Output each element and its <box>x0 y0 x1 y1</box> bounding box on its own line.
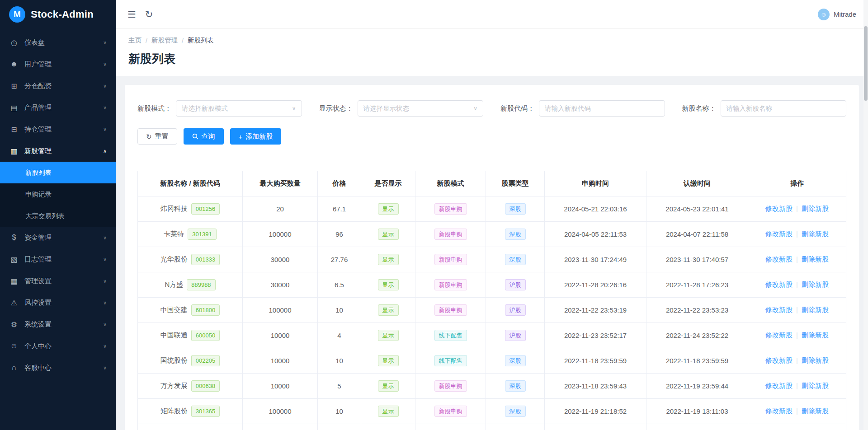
breadcrumb-item[interactable]: 新股管理 <box>151 36 178 45</box>
stock-code-tag: 001256 <box>191 203 220 215</box>
sidebar-subitem-new-stock-list[interactable]: 新股列表 <box>0 162 116 183</box>
stock-code-tag: 301391 <box>188 229 216 240</box>
action-divider: | <box>796 407 798 415</box>
sidebar-item-dashboard[interactable]: ◷仪表盘∨ <box>0 32 116 53</box>
delete-stock-link[interactable]: 删除新股 <box>802 356 829 364</box>
sidebar-item-profile[interactable]: ☺个人中心∨ <box>0 335 116 357</box>
delete-stock-link[interactable]: 删除新股 <box>802 331 829 339</box>
display-cell: 显示 <box>361 272 415 298</box>
delete-stock-link[interactable]: 删除新股 <box>802 306 829 313</box>
edit-stock-link[interactable]: 修改新股 <box>765 356 793 364</box>
edit-stock-link[interactable]: 修改新股 <box>765 255 793 263</box>
sidebar-item-new-stock[interactable]: ▥新股管理∧ <box>0 140 116 162</box>
display-badge: 显示 <box>378 254 399 266</box>
max-buy-cell: 10000 <box>243 323 318 348</box>
stock-code-input[interactable] <box>539 100 665 117</box>
mode-select[interactable]: 请选择新股模式 ∨ <box>176 100 302 117</box>
add-stock-button[interactable]: + 添加新股 <box>230 128 282 145</box>
scrollbar[interactable] <box>863 0 868 430</box>
stock-name-cell: 矩阵股份301365 <box>138 399 243 424</box>
chevron-down-icon: ∨ <box>103 105 107 111</box>
mode-badge: 新股申购 <box>434 380 467 392</box>
reset-button[interactable]: ↻ 重置 <box>137 128 177 145</box>
edit-stock-link[interactable]: 修改新股 <box>765 230 793 238</box>
table-header-row: 新股名称 / 新股代码最大购买数量价格是否显示新股模式股票类型申购时间认缴时间操… <box>138 171 846 196</box>
column-header: 最大购买数量 <box>243 171 318 196</box>
delete-stock-link[interactable]: 删除新股 <box>802 230 829 238</box>
sidebar-item-label: 个人中心 <box>24 342 99 351</box>
sidebar-item-system-settings[interactable]: ⚙系统设置∨ <box>0 313 116 335</box>
stock-code-tag: 001333 <box>191 254 220 266</box>
username: Mitrade <box>834 10 856 18</box>
sidebar-item-logs[interactable]: ▧日志管理∨ <box>0 248 116 270</box>
filter-bar: 新股模式： 请选择新股模式 ∨ 显示状态： 请选择显示状态 ∨ <box>137 100 846 117</box>
sidebar-item-label: 分仓配资 <box>24 82 99 90</box>
collapse-sidebar-icon[interactable]: ☰ <box>127 9 136 19</box>
breadcrumb-item: 新股列表 <box>188 36 214 45</box>
sidebar-item-risk-settings[interactable]: ⚠风控设置∨ <box>0 292 116 313</box>
sidebar-item-positions[interactable]: ⊟持仓管理∨ <box>0 118 116 140</box>
chevron-down-icon: ∨ <box>103 235 107 241</box>
sidebar-item-users[interactable]: ☻用户管理∨ <box>0 53 116 75</box>
sidebar-item-products[interactable]: ▤产品管理∨ <box>0 97 116 118</box>
edit-stock-link[interactable]: 修改新股 <box>765 407 793 415</box>
edit-stock-link[interactable]: 修改新股 <box>765 331 793 339</box>
sidebar-item-admin-settings[interactable]: ▦管理设置∨ <box>0 270 116 292</box>
sidebar-item-funds[interactable]: $资金管理∨ <box>0 227 116 248</box>
delete-stock-link[interactable]: 删除新股 <box>802 205 829 212</box>
breadcrumb-item[interactable]: 主页 <box>128 36 142 45</box>
delete-stock-link[interactable]: 删除新股 <box>802 280 829 288</box>
stock-name-cell: 国统股份002205 <box>138 348 243 374</box>
delete-stock-link[interactable]: 删除新股 <box>802 255 829 263</box>
stock-code-tag: 601800 <box>191 304 220 316</box>
column-header: 新股模式 <box>415 171 486 196</box>
edit-stock-link[interactable]: 修改新股 <box>765 306 793 313</box>
apply-time-cell: 2022-11-28 20:26:16 <box>545 272 646 298</box>
price-cell: 10 <box>318 348 361 374</box>
action-buttons: ↻ 重置 查询 + 添加新股 <box>137 128 846 145</box>
action-divider: | <box>796 356 798 364</box>
price-cell: 4 <box>318 323 361 348</box>
table-row: 锐捷网络3011651150010显示新股申购深股2022-11-18 23:0… <box>138 424 846 430</box>
sidebar-item-support[interactable]: ∩客服中心∨ <box>0 357 116 379</box>
scrollbar-thumb[interactable] <box>864 26 868 101</box>
display-cell: 显示 <box>361 247 415 272</box>
max-buy-cell: 10000 <box>243 374 318 399</box>
app-window: M Stock-Admin ◷仪表盘∨☻用户管理∨⊞分仓配资∨▤产品管理∨⊟持仓… <box>0 0 868 430</box>
column-header: 认缴时间 <box>646 171 748 196</box>
column-header: 股票类型 <box>486 171 545 196</box>
sidebar-item-label: 日志管理 <box>24 255 99 264</box>
delete-stock-link[interactable]: 删除新股 <box>802 407 829 415</box>
apply-time-cell: 2022-11-18 23:59:59 <box>545 348 646 374</box>
stock-type-badge: 深股 <box>505 380 526 392</box>
search-button[interactable]: 查询 <box>184 128 224 145</box>
apply-time-cell: 2023-11-30 17:24:49 <box>545 247 646 272</box>
sidebar-item-label: 系统设置 <box>24 320 99 329</box>
content-area: 新股模式： 请选择新股模式 ∨ 显示状态： 请选择显示状态 ∨ <box>116 76 868 430</box>
sidebar-subitem-block-trade-list[interactable]: 大宗交易列表 <box>0 205 116 227</box>
sidebar-item-allocation[interactable]: ⊞分仓配资∨ <box>0 75 116 97</box>
edit-stock-link[interactable]: 修改新股 <box>765 280 793 288</box>
refresh-icon[interactable]: ↻ <box>145 9 153 19</box>
user-menu[interactable]: ☺ Mitrade <box>818 9 856 20</box>
chevron-down-icon: ∨ <box>473 105 477 112</box>
sidebar-subitem-subscription-records[interactable]: 申购记录 <box>0 183 116 205</box>
table-row: 炜冈科技0012562067.1显示新股申购深股2024-05-21 22:03… <box>138 196 846 222</box>
status-select[interactable]: 请选择显示状态 ∨ <box>358 100 484 117</box>
column-header: 是否显示 <box>361 171 415 196</box>
chevron-down-icon: ∨ <box>103 61 107 67</box>
app-title: Stock-Admin <box>31 9 94 20</box>
edit-stock-link[interactable]: 修改新股 <box>765 382 793 389</box>
delete-stock-link[interactable]: 删除新股 <box>802 382 829 389</box>
name-filter: 新股名称： <box>682 100 847 117</box>
sidebar-item-label: 客服中心 <box>24 364 99 372</box>
mode-cell: 线下配售 <box>415 348 486 374</box>
edit-stock-link[interactable]: 修改新股 <box>765 205 793 212</box>
stock-name: 中国联通 <box>160 331 188 340</box>
column-header: 新股名称 / 新股代码 <box>138 171 243 196</box>
stock-name-input[interactable] <box>721 100 847 117</box>
actions-cell: 修改新股|删除新股 <box>748 222 846 247</box>
stock-type-badge: 沪股 <box>505 279 526 291</box>
stock-name-cell: 锐捷网络301165 <box>138 424 243 430</box>
action-divider: | <box>796 331 798 339</box>
